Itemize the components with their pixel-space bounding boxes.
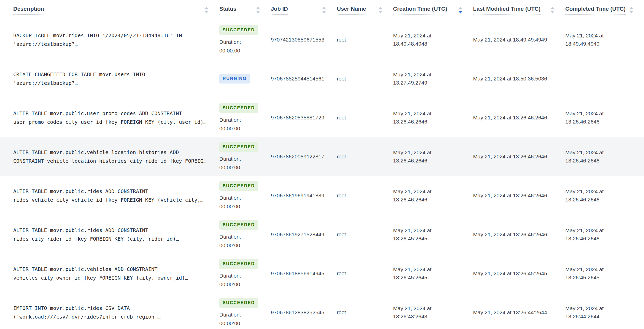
job-status-cell: SUCCEEDED Duration: 00:00:00 — [219, 25, 271, 54]
sort-icon[interactable] — [458, 7, 462, 13]
duration-label: Duration: — [219, 155, 241, 163]
column-header-job-id[interactable]: Job ID — [271, 0, 337, 20]
job-description-link[interactable]: CREATE CHANGEFEED FOR TABLE movr.users I… — [0, 70, 219, 87]
job-status-cell: SUCCEEDED Duration: 00:00:00 — [219, 103, 271, 132]
job-status-cell: SUCCEEDED Duration: 00:00:00 — [219, 259, 271, 288]
job-id: 970678619271528449 — [271, 230, 337, 239]
duration-value: 00:00:00 — [219, 47, 241, 54]
status-badge: SUCCEEDED — [219, 103, 258, 113]
duration-value: 00:00:00 — [219, 203, 241, 210]
table-row[interactable]: ALTER TABLE movr.public.vehicle_location… — [0, 137, 644, 176]
duration-value: 00:00:00 — [219, 320, 241, 327]
sort-up-arrow-icon — [256, 7, 260, 9]
column-header-label: Last Modified Time (UTC) — [473, 6, 541, 15]
column-header-description[interactable]: Description — [0, 0, 219, 20]
table-row[interactable]: CREATE CHANGEFEED FOR TABLE movr.users I… — [0, 59, 644, 98]
column-header-label: Creation Time (UTC) — [393, 6, 447, 15]
table-row[interactable]: ALTER TABLE movr.public.user_promo_codes… — [0, 98, 644, 137]
job-description-link[interactable]: ALTER TABLE movr.public.rides ADD CONSTR… — [0, 187, 219, 204]
last-modified-time: May 21, 2024 at 13:26:46:2646 — [473, 230, 565, 239]
job-duration: Duration: 00:00:00 — [219, 193, 241, 210]
completed-time: May 21, 2024 at 13:26:45:2645 — [565, 265, 644, 282]
sort-down-arrow-icon — [458, 11, 462, 13]
job-status-cell: SUCCEEDED Duration: 00:00:00 — [219, 220, 271, 249]
column-header-label: Job ID — [271, 6, 288, 15]
user-name: root — [337, 308, 393, 317]
sort-icon[interactable] — [205, 7, 209, 13]
job-status-cell: SUCCEEDED Duration: 00:00:00 — [219, 142, 271, 171]
user-name: root — [337, 153, 393, 161]
sort-up-arrow-icon — [551, 7, 555, 9]
sort-down-arrow-icon — [629, 11, 633, 13]
creation-time: May 21, 2024 at 13:26:43:2643 — [393, 304, 473, 321]
status-badge: SUCCEEDED — [219, 142, 258, 152]
sort-icon[interactable] — [629, 7, 633, 13]
column-header-status[interactable]: Status — [219, 0, 271, 20]
user-name: root — [337, 114, 393, 122]
job-duration: Duration: 00:00:00 — [219, 232, 241, 249]
job-duration: Duration: 00:00:00 — [219, 271, 241, 288]
last-modified-time: May 21, 2024 at 18:50:36:5036 — [473, 75, 565, 83]
table-row[interactable]: ALTER TABLE movr.public.rides ADD CONSTR… — [0, 215, 644, 254]
column-header-label: User Name — [337, 6, 366, 15]
table-row[interactable]: BACKUP TABLE movr.rides INTO '/2024/05/2… — [0, 20, 644, 59]
job-id: 970678619691941889 — [271, 191, 337, 200]
column-header-label: Description — [13, 6, 44, 15]
creation-time: May 21, 2024 at 13:26:45:2645 — [393, 226, 473, 243]
completed-time: May 21, 2024 at 18:49:49:4949 — [565, 32, 644, 48]
last-modified-time: May 21, 2024 at 13:26:45:2645 — [473, 269, 565, 278]
column-header-last-modified-time[interactable]: Last Modified Time (UTC) — [473, 0, 565, 20]
duration-value: 00:00:00 — [219, 242, 241, 249]
column-header-user-name[interactable]: User Name — [337, 0, 393, 20]
sort-down-arrow-icon — [256, 11, 260, 13]
completed-time: May 21, 2024 at 13:26:46:2646 — [565, 226, 644, 243]
job-description-link[interactable]: BACKUP TABLE movr.rides INTO '/2024/05/2… — [0, 31, 219, 48]
job-description-link[interactable]: ALTER TABLE movr.public.user_promo_codes… — [0, 109, 219, 126]
last-modified-time: May 21, 2024 at 13:26:46:2646 — [473, 153, 565, 161]
job-status-cell: SUCCEEDED Duration: 00:00:00 — [219, 298, 271, 327]
sort-icon[interactable] — [256, 7, 260, 13]
sort-up-arrow-icon — [378, 7, 382, 9]
sort-up-arrow-icon — [205, 7, 209, 9]
sort-icon[interactable] — [378, 7, 382, 13]
status-badge: SUCCEEDED — [219, 259, 258, 269]
table-body: BACKUP TABLE movr.rides INTO '/2024/05/2… — [0, 20, 644, 329]
job-description-link[interactable]: IMPORT INTO movr.public.rides CSV DATA (… — [0, 304, 219, 321]
sort-down-arrow-icon — [378, 11, 382, 13]
job-id: 970678618856914945 — [271, 269, 337, 278]
sort-up-arrow-icon — [629, 7, 633, 9]
job-id: 970678825944514561 — [271, 75, 337, 83]
duration-label: Duration: — [219, 194, 241, 202]
table-row[interactable]: ALTER TABLE movr.public.vehicles ADD CON… — [0, 254, 644, 293]
job-description-link[interactable]: ALTER TABLE movr.public.vehicles ADD CON… — [0, 265, 219, 282]
job-duration: Duration: 00:00:00 — [219, 37, 241, 54]
table-row[interactable]: IMPORT INTO movr.public.rides CSV DATA (… — [0, 293, 644, 329]
column-header-completed-time[interactable]: Completed Time (UTC) — [565, 0, 644, 20]
duration-label: Duration: — [219, 233, 241, 241]
status-badge: SUCCEEDED — [219, 220, 258, 230]
column-header-creation-time[interactable]: Creation Time (UTC) — [393, 0, 473, 20]
status-badge: SUCCEEDED — [219, 298, 258, 308]
sort-icon[interactable] — [322, 7, 326, 13]
job-description-link[interactable]: ALTER TABLE movr.public.rides ADD CONSTR… — [0, 226, 219, 243]
job-id: 970742130859671553 — [271, 36, 337, 44]
duration-label: Duration: — [219, 311, 241, 319]
completed-time: May 21, 2024 at 13:26:46:2646 — [565, 109, 644, 126]
user-name: root — [337, 269, 393, 278]
last-modified-time: May 21, 2024 at 13:26:46:2646 — [473, 191, 565, 200]
job-description-link[interactable]: ALTER TABLE movr.public.vehicle_location… — [0, 148, 219, 165]
job-id: 970678620535881729 — [271, 114, 337, 122]
sort-icon[interactable] — [551, 7, 555, 13]
job-status-cell: RUNNING Duration: — [219, 74, 271, 84]
status-badge: SUCCEEDED — [219, 181, 258, 191]
duration-value: 00:00:00 — [219, 164, 241, 171]
user-name: root — [337, 75, 393, 83]
completed-time: May 21, 2024 at 13:26:44:2644 — [565, 304, 644, 321]
job-id: 970678612838252545 — [271, 308, 337, 317]
last-modified-time: May 21, 2024 at 13:26:44:2644 — [473, 308, 565, 317]
creation-time: May 21, 2024 at 13:26:46:2646 — [393, 187, 473, 204]
table-row[interactable]: ALTER TABLE movr.public.rides ADD CONSTR… — [0, 176, 644, 215]
duration-label: Duration: — [219, 38, 241, 46]
user-name: root — [337, 230, 393, 239]
job-duration: Duration: 00:00:00 — [219, 115, 241, 132]
